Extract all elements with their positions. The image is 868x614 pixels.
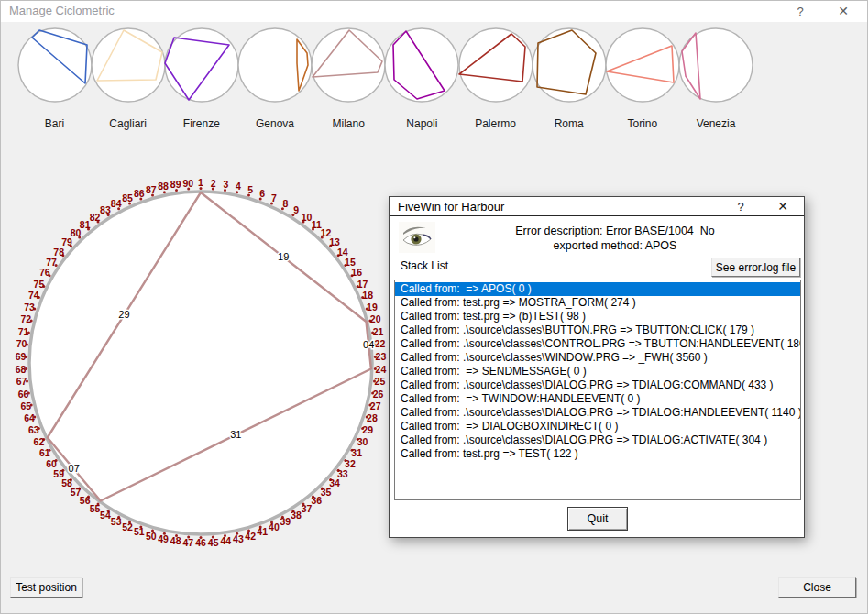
wheel-number: 15 <box>345 257 356 268</box>
stack-list[interactable]: Called from: => APOS( 0 )Called from: te… <box>394 280 801 500</box>
wheel-number: 10 <box>302 212 313 223</box>
city-genova[interactable]: Genova <box>235 25 315 135</box>
wheel-number: 74 <box>28 290 39 301</box>
wheel-number: 77 <box>46 257 57 268</box>
wheel-number: 83 <box>100 204 111 215</box>
wheel-number: 30 <box>357 436 368 447</box>
stack-list-item[interactable]: Called from: .\source\classes\WINDOW.PRG… <box>395 351 800 365</box>
wheel-number: 9 <box>293 204 299 215</box>
city-circle-chart <box>676 25 756 105</box>
ciclometric-wheel: 1234567891011121314151617181920212223242… <box>10 161 395 565</box>
wheel-number: 56 <box>80 495 91 506</box>
stack-list-label: Stack List <box>401 259 448 272</box>
dialog-help-button[interactable]: ? <box>727 197 754 216</box>
wheel-number: 25 <box>375 376 386 387</box>
dialog-close-icon[interactable]: ✕ <box>769 197 797 216</box>
wheel-number: 72 <box>20 313 31 324</box>
wheel-number: 54 <box>100 510 111 521</box>
city-roma[interactable]: Roma <box>529 25 610 135</box>
wheel-number: 52 <box>122 521 133 532</box>
wheel-number: 50 <box>146 531 157 542</box>
stack-list-item[interactable]: Called from: test.prg => (b)TEST( 98 ) <box>395 310 800 323</box>
city-bari[interactable]: Bari <box>15 25 95 135</box>
wheel-number: 61 <box>39 447 50 458</box>
wheel-number: 67 <box>16 376 27 387</box>
stack-list-item[interactable]: Called from: => SENDMESSAGE( 0 ) <box>395 365 800 378</box>
error-dialog: FiveWin for Harbour ? ✕ Error descriptio… <box>389 196 805 538</box>
city-torino[interactable]: Torino <box>602 25 683 135</box>
app-window: Manage Ciclometric ? ✕ BariCagliariFiren… <box>0 0 868 614</box>
stack-list-item[interactable]: Called from: => TWINDOW:HANDLEEVENT( 0 ) <box>395 392 800 406</box>
wheel-number: 63 <box>28 424 39 435</box>
city-venezia[interactable]: Venezia <box>676 25 756 135</box>
wheel-number: 87 <box>146 184 157 195</box>
city-circle <box>18 28 92 102</box>
city-napoli[interactable]: Napoli <box>381 25 462 135</box>
city-label: Firenze <box>161 117 242 130</box>
city-circle-chart <box>456 25 536 105</box>
wheel-number: 55 <box>90 503 101 514</box>
wheel-number: 76 <box>39 267 50 278</box>
wheel-number: 39 <box>280 516 291 527</box>
see-error-log-button[interactable]: See error.log file <box>711 258 800 277</box>
wheel-number: 90 <box>182 178 193 189</box>
wheel-number: 84 <box>111 198 122 209</box>
wheel-number: 85 <box>122 192 133 203</box>
edge-length-label: 19 <box>278 251 289 262</box>
stack-list-item[interactable]: Called from: => APOS( 0 ) <box>395 282 800 296</box>
wheel-number: 86 <box>134 188 145 199</box>
eye-icon <box>399 222 435 253</box>
wheel-number: 78 <box>53 247 64 258</box>
wheel-number: 68 <box>16 364 27 375</box>
wheel-number: 23 <box>376 351 387 362</box>
stack-list-item[interactable]: Called from: test.prg => MOSTRA_FORM( 27… <box>395 296 800 310</box>
stack-list-item[interactable]: Called from: .\source\classes\BUTTON.PRG… <box>395 323 800 337</box>
wheel-number: 38 <box>291 510 302 521</box>
wheel-number: 2 <box>211 178 216 189</box>
city-milano[interactable]: Milano <box>308 25 389 135</box>
wheel-number: 29 <box>362 424 373 435</box>
city-firenze[interactable]: Firenze <box>161 25 242 135</box>
wheel-number: 62 <box>34 436 45 447</box>
city-label: Bari <box>15 117 95 130</box>
stack-list-item[interactable]: Called from: .\source\classes\DIALOG.PRG… <box>395 433 800 447</box>
stack-list-item[interactable]: Called from: test.prg => TEST( 122 ) <box>395 447 800 461</box>
wheel-number: 73 <box>24 302 35 312</box>
wheel-number: 49 <box>158 533 169 544</box>
city-cagliari[interactable]: Cagliari <box>88 25 169 135</box>
wheel-number: 22 <box>375 338 386 349</box>
close-button[interactable]: Close <box>778 577 856 598</box>
wheel-number: 58 <box>61 477 72 488</box>
edge-length-label: 04 <box>363 339 374 350</box>
stack-list-item[interactable]: Called from: => DIALOGBOXINDIRECT( 0 ) <box>395 420 800 433</box>
city-palermo[interactable]: Palermo <box>456 25 536 135</box>
wheel-number: 48 <box>170 535 181 546</box>
wheel-number: 41 <box>257 526 268 537</box>
edge-length-label: 29 <box>118 309 129 320</box>
wheel-number: 16 <box>351 267 362 278</box>
wheel-number: 31 <box>351 447 362 458</box>
wheel-number: 19 <box>367 302 378 312</box>
wheel-circle <box>29 192 372 534</box>
quit-button[interactable]: Quit <box>567 507 628 531</box>
stack-list-item[interactable]: Called from: .\source\classes\DIALOG.PRG… <box>395 378 800 392</box>
wheel-number: 65 <box>20 400 31 411</box>
wheel-number: 46 <box>195 537 206 548</box>
city-circle <box>606 28 679 102</box>
city-circle-chart <box>308 25 389 105</box>
wheel-number: 88 <box>158 181 169 192</box>
wheel-number: 51 <box>134 526 145 537</box>
wheel-number: 8 <box>282 198 288 209</box>
test-position-button[interactable]: Test position <box>10 577 82 598</box>
city-circle-chart <box>602 25 683 105</box>
wheel-number: 69 <box>16 351 27 362</box>
city-circle <box>92 28 165 102</box>
wheel-number: 27 <box>370 400 381 411</box>
wheel-number: 44 <box>220 535 231 546</box>
stack-list-item[interactable]: Called from: .\source\classes\DIALOG.PRG… <box>395 406 800 420</box>
city-circle <box>385 28 458 102</box>
city-circle-chart <box>529 25 610 105</box>
wheel-number: 20 <box>370 313 381 324</box>
stack-list-item[interactable]: Called from: .\source\classes\CONTROL.PR… <box>395 337 800 351</box>
city-circle <box>238 28 312 102</box>
